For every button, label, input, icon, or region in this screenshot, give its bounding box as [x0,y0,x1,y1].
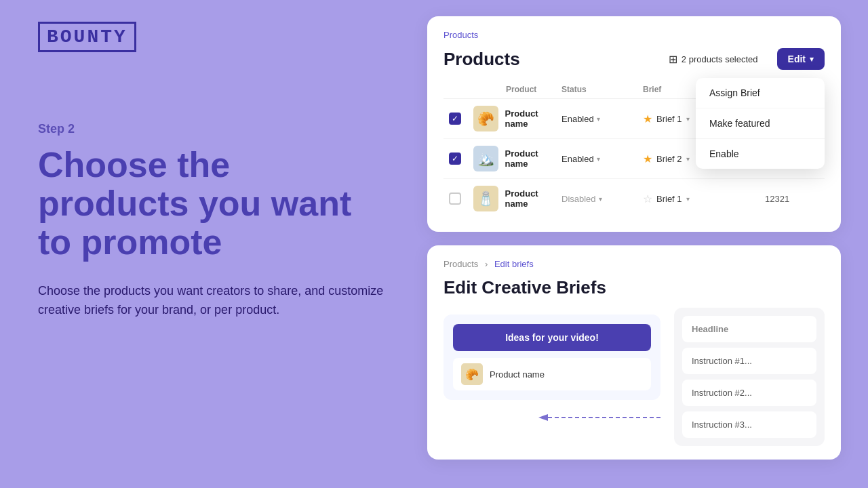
svg-marker-1 [538,414,548,421]
product-mini: 🥐 Product name [453,358,651,390]
right-area: Products Products ⊞ 2 products selected … [427,16,841,473]
row3-status: Disabled ▾ [561,194,643,204]
selected-count: 2 products selected [682,54,758,64]
row3-name: Product name [505,188,561,209]
header-product: Product [473,85,561,94]
edit-panel-title: Edit Creative Briefs [443,277,825,298]
row3-sku: 12321 [765,194,819,204]
panel-header: Products ⊞ 2 products selected Edit ▾ As… [443,48,825,70]
connector-area [525,411,660,424]
row1-status: Enabled ▾ [561,114,643,124]
brief-instruction3-field[interactable]: Instruction #3... [682,411,816,438]
dashed-line-icon [525,411,660,424]
row2-status: Enabled ▾ [561,154,643,164]
chevron-down-icon[interactable]: ▾ [597,115,600,123]
logo: BOUNTY [38,22,136,52]
header-checkbox-col [449,85,473,94]
edit-breadcrumb: Products › Edit briefs [443,259,825,269]
table-row: 🧂 Product name Disabled ▾ ☆ Brief 1 ▾ 12… [443,179,825,218]
edit-label: Edit [788,54,806,64]
row2-name: Product name [505,148,561,169]
selected-badge: ⊞ 2 products selected [669,53,758,66]
grid-icon: ⊞ [669,53,677,66]
row3-thumb: 🧂 [473,186,498,211]
row1-brief-text: Brief 1 [656,114,682,124]
chevron-down-icon[interactable]: ▾ [686,195,690,203]
star-filled-icon[interactable]: ★ [643,152,652,165]
row2-product: 🏔️ Product name [473,146,561,171]
ideas-button[interactable]: Ideas for your video! [453,324,651,351]
brief-instruction1-field[interactable]: Instruction #1... [682,348,816,374]
row3-product: 🧂 Product name [473,186,561,211]
products-breadcrumb[interactable]: Products [443,30,825,40]
row2-thumb: 🏔️ [473,146,498,171]
main-heading: Choose the products you want to promote [38,146,391,262]
edit-button[interactable]: Edit ▾ [777,48,825,70]
left-content: Step 2 Choose the products you want to p… [38,122,391,320]
brief-headline-field[interactable]: Headline [682,316,816,342]
dropdown-menu: Assign Brief Make featured Enable [696,78,825,169]
step-label: Step 2 [38,122,391,136]
row1-thumb: 🥐 [473,106,498,131]
dropdown-assign-brief[interactable]: Assign Brief [696,78,825,108]
chevron-down-icon[interactable]: ▾ [686,155,690,163]
brief-card: Ideas for your video! 🥐 Product name [443,314,660,400]
sub-text: Choose the products you want creators to… [38,281,391,321]
row3-brief-text: Brief 1 [656,194,682,204]
row2-brief-text: Brief 2 [656,154,682,164]
chevron-down-icon[interactable]: ▾ [597,155,600,163]
product-mini-thumb: 🥐 [461,363,483,385]
product-mini-name: Product name [490,369,545,380]
row1-name: Product name [505,108,561,129]
header-status: Status [561,85,643,94]
chevron-down-icon: ▾ [810,55,814,64]
row2-status-text: Enabled [561,154,594,164]
edit-panel-content: Ideas for your video! 🥐 Product name H [443,308,825,446]
edit-left: Ideas for your video! 🥐 Product name [443,308,660,446]
edit-right-fields: Headline Instruction #1... Instruction #… [674,308,825,446]
row1-status-text: Enabled [561,114,594,124]
row3-checkbox[interactable] [449,192,461,205]
products-panel: Products Products ⊞ 2 products selected … [427,16,841,232]
star-empty-icon[interactable]: ☆ [643,192,652,205]
row1-product: 🥐 Product name [473,106,561,131]
row2-checkbox[interactable]: ✓ [449,152,461,165]
row3-status-text: Disabled [561,194,596,204]
star-filled-icon[interactable]: ★ [643,113,652,125]
chevron-down-icon[interactable]: ▾ [686,115,690,123]
brief-instruction2-field[interactable]: Instruction #2... [682,380,816,406]
breadcrumb-current[interactable]: Edit briefs [494,259,534,269]
chevron-down-icon[interactable]: ▾ [599,195,602,203]
row1-checkbox[interactable]: ✓ [449,113,461,125]
logo-text: BOUNTY [47,26,127,47]
panel-title: Products [443,49,520,70]
edit-briefs-panel: Products › Edit briefs Edit Creative Bri… [427,245,841,460]
dropdown-enable[interactable]: Enable [696,139,825,169]
breadcrumb-sep: › [485,259,488,269]
dropdown-make-featured[interactable]: Make featured [696,108,825,139]
row3-brief: ☆ Brief 1 ▾ [643,192,765,205]
breadcrumb-products[interactable]: Products [443,259,478,269]
